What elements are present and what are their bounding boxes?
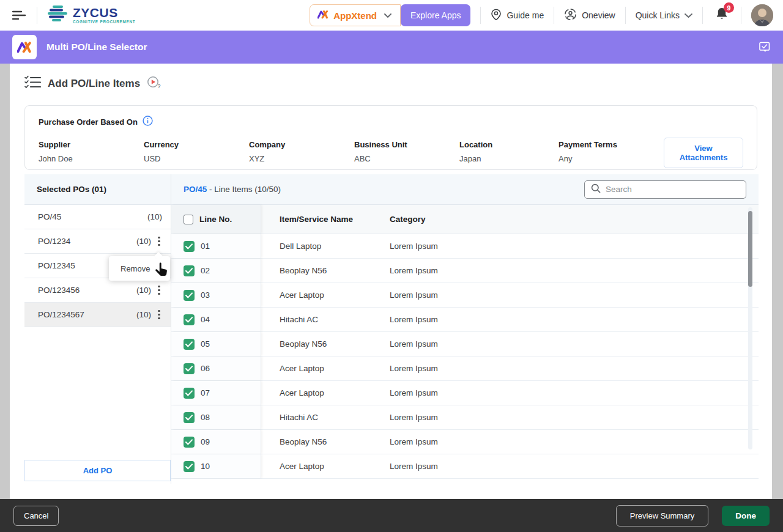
app-banner: Multi PO/Line Selector: [0, 31, 783, 64]
row-checkbox[interactable]: [184, 412, 195, 423]
line-item-row[interactable]: 08 Hitachi AC Lorem Ipsum: [171, 405, 759, 430]
info-icon[interactable]: [143, 116, 153, 128]
row-checkbox[interactable]: [184, 388, 195, 399]
line-item-row[interactable]: 03 Acer Laptop Lorem Ipsum: [171, 283, 759, 308]
brand-name: ZYCUS: [73, 6, 136, 19]
item-name-cell: Hitachi AC: [261, 315, 390, 324]
line-item-row[interactable]: 09 Beoplay N56 Lorem Ipsum: [171, 430, 759, 454]
divider: [554, 7, 554, 24]
po-count: (10): [147, 212, 162, 221]
po-field: Payment Terms Any: [558, 140, 664, 163]
add-po-button[interactable]: Add PO: [24, 460, 171, 481]
item-name-cell: Hitachi AC: [261, 413, 390, 422]
row-checkbox[interactable]: [184, 314, 195, 325]
po-link[interactable]: PO/45: [184, 185, 207, 194]
quick-links-dropdown[interactable]: Quick Links: [636, 10, 692, 20]
po-count: (10): [136, 237, 151, 246]
line-no-cell: 08: [201, 413, 210, 422]
row-checkbox[interactable]: [184, 339, 195, 350]
brand-tagline: COGNITIVE PROCUREMENT: [73, 20, 136, 24]
line-item-row[interactable]: 04 Hitachi AC Lorem Ipsum: [171, 308, 759, 332]
line-items-panel: PO/45 - Line Items (10/50): [171, 174, 759, 484]
row-checkbox[interactable]: [184, 437, 195, 448]
row-checkbox[interactable]: [184, 290, 195, 301]
line-no-cell: 01: [201, 242, 210, 251]
done-button[interactable]: Done: [722, 506, 770, 526]
po-name: PO/1234: [38, 237, 136, 246]
po-field-label: Currency: [144, 140, 249, 149]
category-cell: Lorem Ipsum: [390, 413, 759, 422]
oneview-button[interactable]: Oneview: [564, 8, 615, 23]
po-count: (10): [136, 310, 151, 319]
explore-apps-button[interactable]: Explore Apps: [401, 4, 471, 26]
column-line-no: Line No.: [199, 215, 232, 224]
po-field: Company XYZ: [249, 140, 354, 163]
action-bar: Cancel Preview Summary Done: [0, 499, 783, 532]
preview-summary-button[interactable]: Preview Summary: [616, 505, 708, 526]
feedback-icon[interactable]: [759, 41, 771, 54]
po-item-menu-button[interactable]: [154, 308, 165, 322]
po-field-value: XYZ: [249, 154, 354, 163]
po-item-menu-button[interactable]: [154, 235, 165, 248]
video-help-icon[interactable]: ?: [147, 76, 161, 92]
po-item-menu-button[interactable]: [154, 284, 165, 297]
quick-links-label: Quick Links: [636, 10, 680, 20]
notification-bell-icon: [715, 13, 729, 23]
cancel-button[interactable]: Cancel: [13, 506, 59, 526]
line-item-row[interactable]: 07 Acer Laptop Lorem Ipsum: [171, 381, 759, 405]
divider: [741, 7, 741, 24]
line-item-row[interactable]: 01 Dell Laptop Lorem Ipsum: [171, 234, 759, 259]
selected-po-item[interactable]: PO/1234 (10): [24, 229, 171, 254]
item-name-cell: Beoplay N56: [261, 339, 390, 349]
selected-po-item[interactable]: PO/1234567 (10): [24, 303, 171, 327]
main-content: Add PO/Line Items ? Purchase Order Based…: [10, 64, 772, 499]
line-no-cell: 04: [201, 315, 210, 324]
category-cell: Lorem Ipsum: [390, 462, 759, 471]
guide-me-label: Guide me: [507, 10, 544, 20]
hamburger-menu-icon[interactable]: [12, 10, 27, 21]
line-no-cell: 10: [201, 462, 210, 471]
table-header-row: Line No. Item/Service Name Category: [171, 205, 759, 234]
po-field-label: Business Unit: [354, 140, 459, 149]
selected-po-item[interactable]: PO/123456 (10): [24, 278, 171, 303]
row-checkbox[interactable]: [184, 241, 195, 252]
po-field-value: USD: [144, 154, 249, 163]
guide-me-button[interactable]: Guide me: [491, 9, 544, 23]
row-checkbox[interactable]: [184, 461, 195, 472]
remove-menu-item[interactable]: Remove: [121, 264, 150, 273]
category-cell: Lorem Ipsum: [390, 388, 759, 397]
row-checkbox[interactable]: [184, 363, 195, 374]
divider: [480, 7, 481, 24]
line-item-row[interactable]: 05 Beoplay N56 Lorem Ipsum: [171, 332, 759, 357]
oneview-label: Oneview: [582, 10, 615, 20]
po-field-value: John Doe: [39, 154, 144, 163]
po-line-panels: Selected POs (01) PO/45 (10) PO/1234 (10…: [24, 174, 759, 484]
select-all-checkbox[interactable]: [184, 215, 193, 224]
po-field-value: ABC: [354, 154, 459, 163]
chevron-down-icon: [685, 10, 692, 20]
line-item-row[interactable]: 10 Acer Laptop Lorem Ipsum: [171, 454, 759, 479]
line-item-row[interactable]: 06 Acer Laptop Lorem Ipsum: [171, 357, 759, 381]
search-input[interactable]: [606, 185, 740, 194]
item-name-cell: Acer Laptop: [261, 290, 390, 300]
po-field-label: Location: [459, 140, 558, 149]
category-cell: Lorem Ipsum: [390, 242, 759, 251]
scrollbar-thumb[interactable]: [748, 211, 752, 287]
notifications-button[interactable]: 9: [715, 7, 729, 24]
zycus-logo-icon: [47, 5, 68, 26]
line-item-row[interactable]: 02 Beoplay N56 Lorem Ipsum: [171, 259, 759, 283]
location-pin-icon: [491, 9, 502, 23]
user-avatar[interactable]: [751, 4, 773, 26]
po-card-title: Purchase Order Based On: [39, 117, 138, 127]
po-count: (10): [136, 286, 151, 295]
row-checkbox[interactable]: [184, 265, 195, 276]
appxtend-logo-icon: [317, 10, 328, 21]
line-items-header: PO/45 - Line Items (10/50): [171, 174, 759, 205]
selected-po-item[interactable]: PO/45 (10): [24, 205, 171, 229]
view-attachments-button[interactable]: View Attachments: [664, 138, 743, 168]
checklist-icon: [24, 75, 41, 92]
item-name-cell: Beoplay N56: [261, 437, 390, 446]
line-no-cell: 06: [201, 364, 210, 373]
line-items-table-body: 01 Dell Laptop Lorem Ipsum 02 Beoplay N5…: [171, 234, 759, 479]
appxtend-dropdown[interactable]: AppXtend: [310, 4, 401, 26]
